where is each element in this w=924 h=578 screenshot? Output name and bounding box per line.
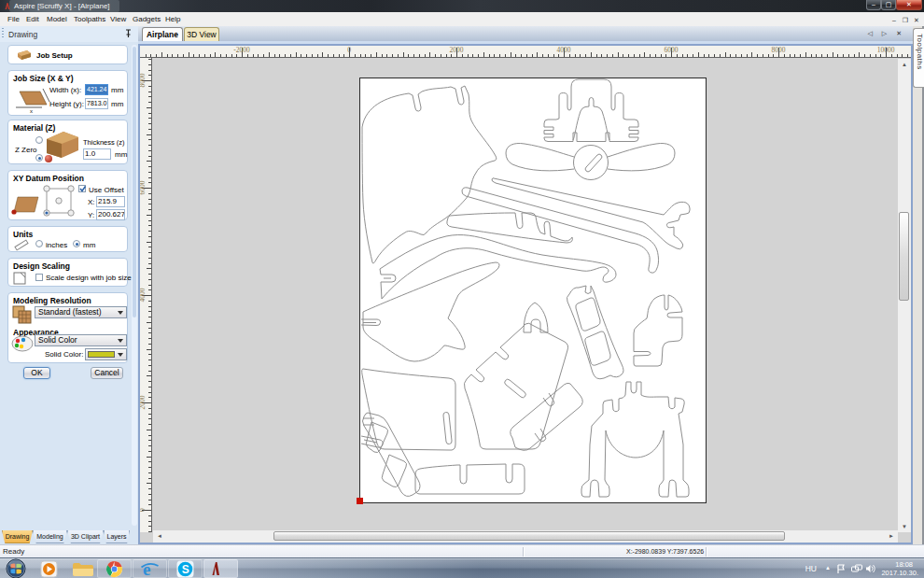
- svg-text:e: e: [143, 559, 150, 578]
- svg-text:x: x: [30, 108, 33, 113]
- svg-text:S: S: [182, 563, 189, 576]
